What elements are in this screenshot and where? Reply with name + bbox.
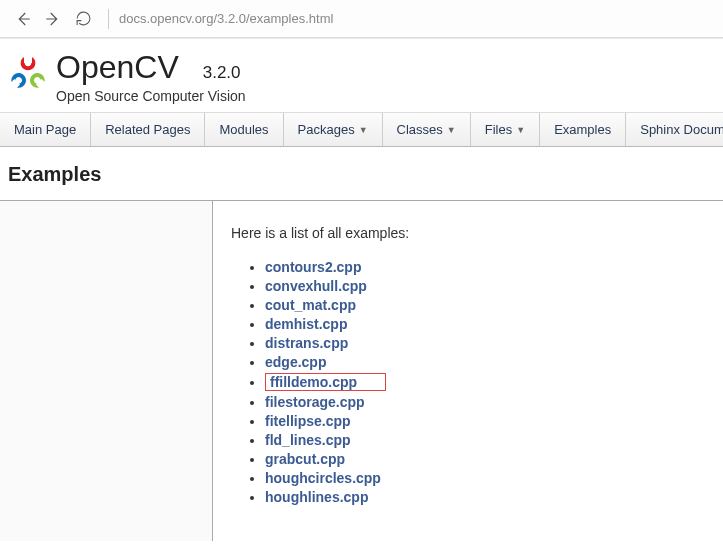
separator: [108, 9, 109, 29]
nav-item-examples[interactable]: Examples: [540, 113, 626, 146]
tagline: Open Source Computer Vision: [56, 88, 246, 104]
arrow-left-icon: [14, 10, 32, 28]
page-title: Examples: [8, 163, 715, 186]
forward-button[interactable]: [38, 4, 68, 34]
chevron-down-icon: ▼: [359, 125, 368, 135]
nav-item-files[interactable]: Files▼: [471, 113, 540, 146]
list-item: houghcircles.cpp: [265, 470, 711, 486]
intro-text: Here is a list of all examples:: [231, 225, 711, 241]
nav-label: Packages: [298, 122, 355, 137]
nav-label: Files: [485, 122, 512, 137]
list-item: ffilldemo.cpp: [265, 373, 711, 391]
list-item: fld_lines.cpp: [265, 432, 711, 448]
arrow-right-icon: [44, 10, 62, 28]
nav-label: Examples: [554, 122, 611, 137]
example-link[interactable]: houghcircles.cpp: [265, 470, 381, 486]
nav-item-sphinx-docume[interactable]: Sphinx Docume: [626, 113, 723, 146]
back-button[interactable]: [8, 4, 38, 34]
chevron-down-icon: ▼: [516, 125, 525, 135]
browser-toolbar: docs.opencv.org/3.2.0/examples.html: [0, 0, 723, 38]
list-item: edge.cpp: [265, 354, 711, 370]
list-item: contours2.cpp: [265, 259, 711, 275]
example-link[interactable]: filestorage.cpp: [265, 394, 365, 410]
examples-list: contours2.cppconvexhull.cppcout_mat.cppd…: [231, 259, 711, 505]
opencv-logo: [8, 53, 48, 93]
example-link[interactable]: grabcut.cpp: [265, 451, 345, 467]
nav-label: Main Page: [14, 122, 76, 137]
example-link[interactable]: fld_lines.cpp: [265, 432, 351, 448]
list-item: filestorage.cpp: [265, 394, 711, 410]
svg-rect-1: [9, 79, 20, 90]
example-link[interactable]: demhist.cpp: [265, 316, 347, 332]
nav-item-modules[interactable]: Modules: [205, 113, 283, 146]
example-link[interactable]: convexhull.cpp: [265, 278, 367, 294]
nav-label: Sphinx Docume: [640, 122, 723, 137]
page-header: OpenCV 3.2.0 Open Source Computer Vision: [0, 39, 723, 112]
example-link[interactable]: edge.cpp: [265, 354, 326, 370]
sidebar: [0, 201, 213, 541]
nav-label: Related Pages: [105, 122, 190, 137]
nav-label: Classes: [397, 122, 443, 137]
project-name: OpenCV: [56, 49, 179, 86]
list-item: cout_mat.cpp: [265, 297, 711, 313]
example-link[interactable]: ffilldemo.cpp: [270, 374, 357, 390]
list-item: fitellipse.cpp: [265, 413, 711, 429]
svg-rect-0: [24, 55, 32, 63]
version-label: 3.2.0: [203, 63, 241, 83]
reload-icon: [75, 10, 92, 27]
list-item: demhist.cpp: [265, 316, 711, 332]
example-link[interactable]: fitellipse.cpp: [265, 413, 351, 429]
list-item: houghlines.cpp: [265, 489, 711, 505]
list-item: convexhull.cpp: [265, 278, 711, 294]
nav-item-classes[interactable]: Classes▼: [383, 113, 471, 146]
reload-button[interactable]: [68, 4, 98, 34]
highlight-box: ffilldemo.cpp: [265, 373, 386, 391]
address-bar[interactable]: docs.opencv.org/3.2.0/examples.html: [119, 11, 333, 26]
list-item: distrans.cpp: [265, 335, 711, 351]
list-item: grabcut.cpp: [265, 451, 711, 467]
nav-item-related-pages[interactable]: Related Pages: [91, 113, 205, 146]
example-link[interactable]: cout_mat.cpp: [265, 297, 356, 313]
nav-item-main-page[interactable]: Main Page: [0, 113, 91, 146]
nav-label: Modules: [219, 122, 268, 137]
chevron-down-icon: ▼: [447, 125, 456, 135]
main-nav: Main PageRelated PagesModulesPackages▼Cl…: [0, 112, 723, 147]
nav-item-packages[interactable]: Packages▼: [284, 113, 383, 146]
example-link[interactable]: contours2.cpp: [265, 259, 361, 275]
example-link[interactable]: distrans.cpp: [265, 335, 348, 351]
main-content: Here is a list of all examples: contours…: [213, 201, 723, 541]
example-link[interactable]: houghlines.cpp: [265, 489, 368, 505]
svg-rect-2: [36, 79, 47, 90]
